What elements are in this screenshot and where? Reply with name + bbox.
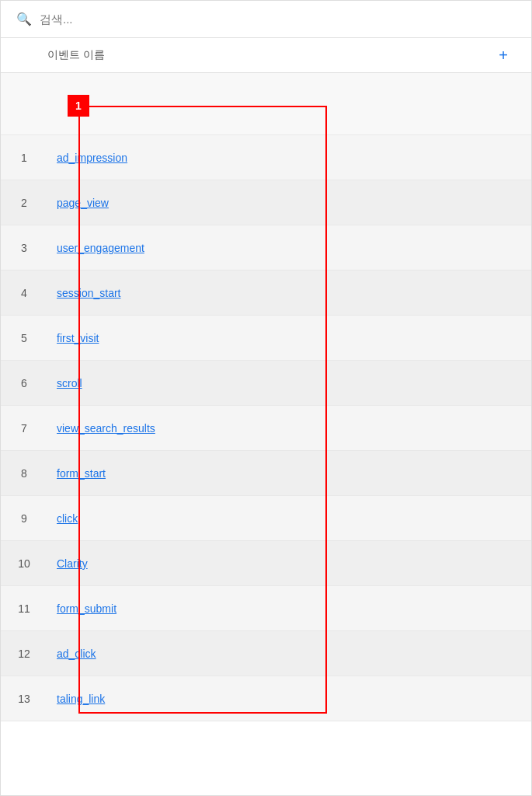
table-row: 13taling_link	[1, 676, 531, 721]
event-name-link[interactable]: scroll	[57, 377, 82, 389]
table-row: 8form_start	[1, 451, 531, 496]
row-event-name: view_search_results	[47, 421, 531, 435]
event-name-link[interactable]: page_view	[57, 197, 109, 209]
event-name-link[interactable]: ad_impression	[57, 152, 127, 164]
row-event-name: ad_click	[47, 647, 531, 661]
row-number: 10	[1, 557, 47, 570]
rows-container: 1ad_impression2page_view3user_engagement…	[1, 135, 531, 721]
row-event-name: user_engagement	[47, 241, 531, 255]
table-row: 12ad_click	[1, 631, 531, 676]
table-row: 3user_engagement	[1, 225, 531, 271]
row-event-name: scroll	[47, 376, 531, 390]
row-number: 12	[1, 648, 47, 660]
table-row: 1ad_impression	[1, 135, 531, 180]
row-number: 7	[1, 422, 47, 435]
event-name-link[interactable]: view_search_results	[57, 422, 155, 435]
add-event-button[interactable]: +	[499, 47, 508, 63]
event-name-link[interactable]: ad_click	[57, 648, 96, 660]
event-name-link[interactable]: form_submit	[57, 602, 116, 615]
row-event-name: click	[47, 511, 531, 525]
event-name-link[interactable]: form_start	[57, 467, 106, 480]
search-input[interactable]	[40, 12, 516, 26]
table-row: 4session_start	[1, 271, 531, 316]
search-icon: 🔍	[16, 12, 32, 26]
table-row: 2page_view	[1, 180, 531, 225]
row-number: 9	[1, 512, 47, 525]
table-row: 6scroll	[1, 361, 531, 406]
row-number: 3	[1, 242, 47, 254]
row-event-name: Clarity	[47, 557, 531, 571]
row-number: 4	[1, 287, 47, 299]
table-row: 11form_submit	[1, 586, 531, 631]
row-number: 5	[1, 332, 47, 344]
spacer-row	[1, 73, 531, 135]
column-label: 이벤트 이름	[47, 48, 105, 62]
row-event-name: taling_link	[47, 692, 531, 706]
row-event-name: ad_impression	[47, 151, 531, 165]
row-number: 1	[1, 152, 47, 164]
event-name-link[interactable]: taling_link	[57, 693, 105, 705]
table-row: 7view_search_results	[1, 406, 531, 451]
row-event-name: first_visit	[47, 331, 531, 345]
search-bar: 🔍	[1, 1, 531, 38]
main-container: 🔍 이벤트 이름 + 1 1ad_impression2page_view3us…	[0, 0, 532, 796]
row-number: 6	[1, 377, 47, 389]
event-name-link[interactable]: first_visit	[57, 332, 99, 344]
row-event-name: session_start	[47, 286, 531, 300]
row-number: 11	[1, 602, 47, 615]
row-event-name: page_view	[47, 196, 531, 210]
row-number: 13	[1, 693, 47, 705]
row-event-name: form_submit	[47, 602, 531, 616]
table-row: 9click	[1, 496, 531, 541]
event-name-link[interactable]: user_engagement	[57, 242, 144, 254]
row-number: 2	[1, 197, 47, 209]
row-number: 8	[1, 467, 47, 480]
table-row: 10Clarity	[1, 541, 531, 586]
table-header: 이벤트 이름 +	[1, 38, 531, 73]
annotation-container: 1 1ad_impression2page_view3user_engageme…	[1, 73, 531, 721]
event-name-link[interactable]: Clarity	[57, 557, 88, 570]
event-name-link[interactable]: click	[57, 512, 78, 525]
event-name-link[interactable]: session_start	[57, 287, 120, 299]
table-row: 5first_visit	[1, 316, 531, 361]
row-event-name: form_start	[47, 466, 531, 480]
